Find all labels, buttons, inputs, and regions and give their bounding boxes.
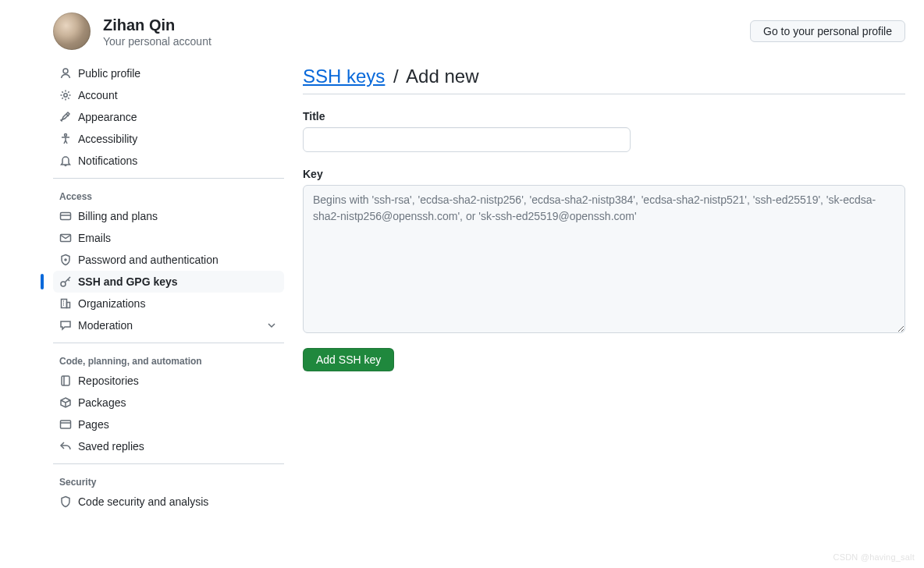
breadcrumb-current: Add new (406, 66, 478, 87)
paintbrush-icon (59, 111, 72, 123)
sidebar-item-password-and-authentication[interactable]: Password and authentication (53, 249, 284, 271)
sidebar-item-label: Accessibility (78, 133, 137, 145)
sidebar-item-account[interactable]: Account (53, 84, 284, 106)
title-label: Title (303, 110, 905, 122)
settings-sidebar: Public profileAccountAppearanceAccessibi… (53, 62, 284, 513)
add-ssh-key-button[interactable]: Add SSH key (303, 348, 394, 371)
browser-icon (59, 418, 72, 431)
comment-icon (59, 319, 72, 332)
sidebar-item-repositories[interactable]: Repositories (53, 370, 284, 392)
accessibility-icon (59, 133, 72, 145)
sidebar-item-packages[interactable]: Packages (53, 392, 284, 414)
shield-lock-icon (59, 254, 72, 266)
sidebar-item-public-profile[interactable]: Public profile (53, 62, 284, 84)
sidebar-item-billing-and-plans[interactable]: Billing and plans (53, 205, 284, 227)
svg-rect-10 (61, 421, 71, 428)
sidebar-item-label: Moderation (78, 319, 133, 332)
sidebar-item-label: Saved replies (78, 440, 144, 453)
svg-point-1 (64, 94, 67, 97)
key-label: Key (303, 168, 905, 180)
sidebar-item-label: Appearance (78, 111, 137, 123)
sidebar-item-label: Emails (78, 232, 111, 244)
breadcrumb-link-ssh-keys[interactable]: SSH keys (303, 66, 385, 87)
svg-rect-8 (67, 303, 70, 308)
sidebar-item-label: Billing and plans (78, 210, 158, 222)
sidebar-item-accessibility[interactable]: Accessibility (53, 128, 284, 150)
sidebar-section-title: Access (53, 185, 284, 205)
sidebar-item-moderation[interactable]: Moderation (53, 314, 284, 336)
sidebar-item-pages[interactable]: Pages (53, 414, 284, 435)
sidebar-item-label: SSH and GPG keys (78, 275, 178, 288)
sidebar-item-organizations[interactable]: Organizations (53, 293, 284, 314)
person-icon (59, 67, 72, 80)
sidebar-item-ssh-and-gpg-keys[interactable]: SSH and GPG keys (53, 271, 284, 293)
sidebar-divider (53, 343, 284, 343)
sidebar-item-label: Public profile (78, 67, 140, 80)
svg-point-5 (65, 259, 66, 261)
sidebar-item-label: Code security and analysis (78, 495, 208, 508)
sidebar-section-title: Code, planning, and automation (53, 350, 284, 370)
svg-rect-9 (62, 376, 69, 385)
shield-icon (59, 495, 72, 508)
credit-card-icon (59, 210, 72, 222)
user-name: Zihan Qin (103, 16, 211, 35)
reply-icon (59, 440, 72, 453)
profile-block: Zihan Qin Your personal account (53, 12, 211, 50)
svg-point-6 (61, 282, 66, 286)
svg-rect-3 (61, 213, 71, 220)
organization-icon (59, 297, 72, 310)
repo-icon (59, 375, 72, 387)
svg-point-2 (65, 134, 67, 137)
package-icon (59, 396, 72, 409)
sidebar-section-title: Security (53, 470, 284, 491)
main-content: SSH keys / Add new Title Key Add SSH key (303, 62, 905, 513)
sidebar-item-label: Account (78, 89, 118, 101)
gear-icon (59, 89, 72, 101)
sidebar-item-notifications[interactable]: Notifications (53, 150, 284, 172)
sidebar-divider (53, 463, 284, 464)
key-icon (59, 275, 72, 288)
top-bar: Zihan Qin Your personal account Go to yo… (0, 0, 924, 62)
chevron-down-icon (265, 319, 278, 332)
profile-text: Zihan Qin Your personal account (103, 16, 211, 48)
sidebar-item-appearance[interactable]: Appearance (53, 106, 284, 128)
sidebar-item-label: Repositories (78, 375, 139, 387)
svg-point-0 (63, 69, 68, 73)
sidebar-item-saved-replies[interactable]: Saved replies (53, 435, 284, 457)
title-input[interactable] (303, 127, 631, 152)
bell-icon (59, 154, 72, 167)
sidebar-item-code-security-and-analysis[interactable]: Code security and analysis (53, 491, 284, 513)
breadcrumb: SSH keys / Add new (303, 66, 905, 94)
sidebar-item-label: Pages (78, 418, 109, 431)
key-textarea[interactable] (303, 185, 905, 333)
sidebar-item-label: Notifications (78, 154, 137, 167)
sidebar-item-emails[interactable]: Emails (53, 227, 284, 249)
sidebar-item-label: Password and authentication (78, 254, 219, 266)
sidebar-item-label: Organizations (78, 297, 145, 310)
sidebar-item-label: Packages (78, 396, 126, 409)
go-to-profile-button[interactable]: Go to your personal profile (750, 20, 905, 42)
user-subtitle: Your personal account (103, 35, 211, 48)
mail-icon (59, 232, 72, 244)
sidebar-divider (53, 178, 284, 179)
breadcrumb-separator: / (393, 66, 399, 87)
avatar[interactable] (53, 12, 91, 50)
